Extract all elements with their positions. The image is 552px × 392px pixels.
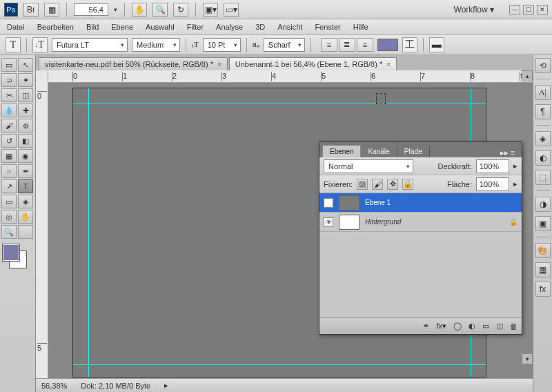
lock-transparency-icon[interactable]: ▨: [357, 179, 368, 190]
menu-ansicht[interactable]: Ansicht: [277, 23, 302, 31]
masks-panel-icon[interactable]: ▣: [535, 216, 551, 231]
document-tab[interactable]: Unbenannt-1 bei 56,4% (Ebene 1, RGB/8) *…: [229, 57, 397, 70]
layer-thumbnail[interactable]: [339, 195, 359, 210]
warp-text-icon[interactable]: 工: [402, 37, 417, 52]
status-doc-size[interactable]: Dok: 2,10 MB/0 Byte: [81, 382, 150, 390]
stamp-tool[interactable]: ⊕: [18, 119, 33, 133]
workspace-dropdown[interactable]: Workflow ▾: [450, 3, 498, 16]
lock-position-icon[interactable]: ✥: [387, 179, 398, 190]
scroll-up-arrow[interactable]: ▴: [522, 70, 533, 81]
history-panel-icon[interactable]: ⟲: [535, 58, 551, 73]
type-tool[interactable]: T: [18, 179, 33, 193]
guide-horizontal[interactable]: [73, 104, 486, 104]
guide-horizontal[interactable]: [73, 364, 486, 365]
align-center-button[interactable]: ≣: [339, 38, 355, 52]
scroll-down-arrow[interactable]: ▾: [522, 353, 533, 364]
layer-row[interactable]: 👁 Ebene 1: [319, 193, 522, 213]
hand-tool[interactable]: ✋: [18, 210, 33, 224]
visibility-toggle-icon[interactable]: 👁: [324, 217, 333, 227]
eyedropper-tool[interactable]: 💧: [1, 104, 17, 117]
adjustment-layer-icon[interactable]: ◐: [469, 322, 475, 331]
channels-panel-icon[interactable]: ◐: [535, 150, 551, 166]
color-panel-icon[interactable]: 🎨: [535, 243, 551, 258]
hand-tool-icon[interactable]: ✋: [132, 3, 147, 17]
lock-pixels-icon[interactable]: 🖌: [372, 179, 383, 190]
status-arrow-icon[interactable]: ▸: [164, 381, 168, 390]
wand-tool[interactable]: ✦: [18, 73, 33, 87]
bridge-button[interactable]: Br: [23, 3, 39, 17]
minimize-button[interactable]: —: [509, 5, 520, 14]
vertical-ruler[interactable]: 0 5: [36, 70, 48, 378]
history-brush-tool[interactable]: ↺: [1, 134, 17, 148]
menu-auswahl[interactable]: Auswahl: [146, 23, 175, 31]
character-panel-icon[interactable]: ▬: [429, 37, 444, 52]
close-tab-icon[interactable]: ×: [386, 61, 391, 68]
swatches-panel-icon[interactable]: ▦: [535, 262, 551, 277]
panel-menu-icon[interactable]: ▸▸ ≡: [496, 148, 519, 157]
maximize-button[interactable]: ☐: [523, 5, 534, 14]
status-zoom[interactable]: 56,38%: [41, 382, 67, 390]
close-button[interactable]: ✕: [537, 5, 548, 14]
align-left-button[interactable]: ≡: [321, 38, 337, 52]
menu-bearbeiten[interactable]: Bearbeiten: [37, 23, 74, 31]
horizontal-ruler[interactable]: 0 1 2 3 4 5 6 7 8 9: [48, 70, 533, 83]
layer-row[interactable]: 👁 Hintergrund 🔒: [319, 213, 522, 232]
layers-panel[interactable]: Ebenen Kanäle Pfade ▸▸ ≡ Normal Deckkraf…: [319, 141, 522, 335]
3d-tool[interactable]: ◈: [18, 195, 33, 208]
pen-tool[interactable]: ✒: [18, 164, 33, 178]
align-right-button[interactable]: ≡: [357, 38, 373, 52]
menu-3d[interactable]: 3D: [255, 23, 265, 31]
guide-vertical[interactable]: [88, 88, 89, 377]
antialias-dropdown[interactable]: Scharf: [264, 38, 305, 52]
layers-tab[interactable]: Ebenen: [322, 145, 361, 157]
arrange-docs-button[interactable]: ▣▾: [203, 3, 218, 17]
paragraph-panel-icon[interactable]: ¶: [535, 104, 551, 119]
font-family-dropdown[interactable]: Futura LT: [52, 38, 128, 52]
layers-panel-icon[interactable]: ◈: [535, 131, 551, 146]
dodge-tool[interactable]: ○: [1, 164, 17, 178]
marquee-tool[interactable]: ▭: [1, 58, 17, 72]
lock-all-icon[interactable]: 🔒: [402, 179, 413, 190]
menu-fenster[interactable]: Fenster: [315, 23, 340, 31]
menu-datei[interactable]: Datei: [7, 23, 25, 31]
new-layer-icon[interactable]: ◫: [496, 322, 503, 331]
adjustments-panel-icon[interactable]: ◑: [535, 197, 551, 212]
minibridge-button[interactable]: ▦: [44, 3, 59, 17]
blur-tool[interactable]: ◉: [18, 149, 33, 163]
paths-tab[interactable]: Pfade: [397, 146, 430, 157]
shape-tool[interactable]: ▭: [1, 195, 17, 208]
path-select-tool[interactable]: ↗: [1, 179, 17, 193]
rotate-view-icon[interactable]: ↻: [173, 3, 188, 17]
3d-camera-tool[interactable]: ◎: [1, 210, 17, 224]
layer-mask-icon[interactable]: ◯: [453, 322, 462, 331]
opacity-flyout-icon[interactable]: ▸: [513, 161, 518, 170]
menu-bild[interactable]: Bild: [86, 23, 99, 31]
font-size-dropdown[interactable]: 10 Pt: [203, 38, 241, 52]
eraser-tool[interactable]: ◧: [18, 134, 33, 148]
foreground-color[interactable]: [3, 244, 19, 261]
gradient-tool[interactable]: ▦: [1, 149, 17, 163]
layer-name[interactable]: Hintergrund: [365, 218, 401, 226]
fill-flyout-icon[interactable]: ▸: [513, 179, 518, 188]
styles-panel-icon[interactable]: fx: [535, 282, 551, 297]
paths-panel-icon[interactable]: ⬚: [535, 170, 551, 185]
layer-name[interactable]: Ebene 1: [365, 199, 391, 206]
menu-hilfe[interactable]: Hilfe: [353, 23, 368, 31]
text-color-swatch[interactable]: [377, 39, 398, 51]
crop-tool[interactable]: ✂: [1, 88, 17, 102]
zoom-tool-icon[interactable]: 🔍: [152, 3, 168, 17]
type-tool-preset-icon[interactable]: T: [6, 37, 21, 52]
link-layers-icon[interactable]: ⚭: [423, 322, 429, 331]
text-insertion-cursor[interactable]: [376, 93, 386, 104]
notes-tool[interactable]: [18, 225, 33, 239]
color-swatches[interactable]: [1, 244, 29, 268]
character-panel-icon[interactable]: A|: [535, 85, 551, 100]
menu-filter[interactable]: Filter: [187, 23, 204, 31]
layer-effects-icon[interactable]: fx▾: [436, 322, 446, 331]
opacity-field[interactable]: 100%: [476, 159, 509, 173]
zoom-input[interactable]: 56,4: [74, 3, 108, 16]
close-tab-icon[interactable]: ×: [217, 61, 221, 68]
menu-analyse[interactable]: Analyse: [216, 23, 243, 31]
document-tab[interactable]: visitenkarte-neu.pdf bei 50% (Rückseite,…: [39, 57, 228, 70]
channels-tab[interactable]: Kanäle: [361, 146, 397, 157]
